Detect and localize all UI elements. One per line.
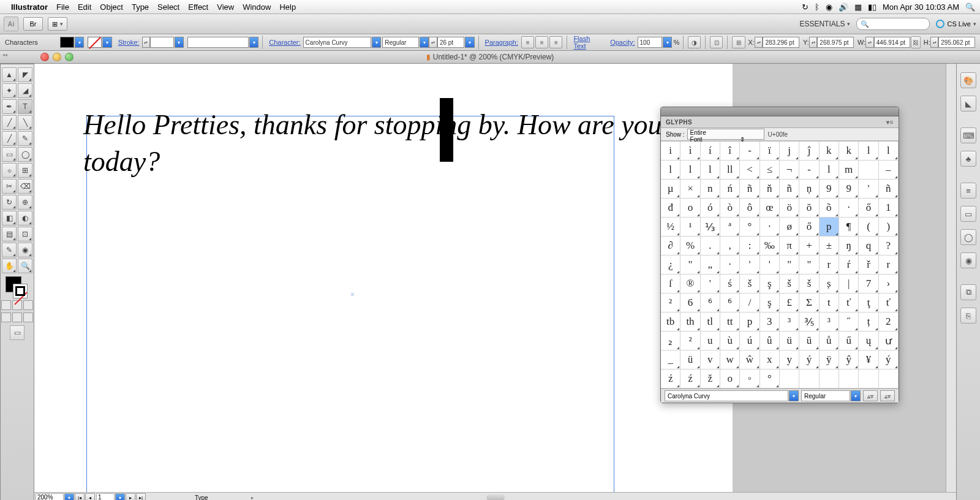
menu-view[interactable]: View xyxy=(217,2,234,12)
tool-button-10[interactable]: ▭ xyxy=(2,147,17,162)
stroke-weight-dropdown[interactable]: ▾ xyxy=(175,37,184,48)
glyph-cell[interactable]: š xyxy=(799,275,819,294)
glyph-cell[interactable]: 2 xyxy=(879,312,899,331)
glyph-cell[interactable]: ñ xyxy=(780,180,799,199)
glyph-cell[interactable]: ¥ xyxy=(859,350,878,369)
wifi-icon[interactable]: ◉ xyxy=(826,2,832,12)
font-size-stepper[interactable]: ▴▾ xyxy=(429,37,437,48)
stroke-panel-link[interactable]: Stroke: xyxy=(118,39,140,46)
glyph-cell[interactable]: ± xyxy=(820,237,839,256)
volume-icon[interactable]: 🔊 xyxy=(839,2,848,12)
align-selection-button[interactable]: ⊡ xyxy=(710,36,723,48)
glyph-cell[interactable]: ń xyxy=(720,180,740,199)
glyph-cell[interactable]: £ xyxy=(780,294,799,312)
glyph-cell[interactable]: ŋ xyxy=(839,237,859,256)
glyph-cell[interactable]: r xyxy=(820,256,839,275)
glyph-cell[interactable]: ñ xyxy=(879,180,899,199)
glyph-cell[interactable]: í xyxy=(701,142,720,161)
glyph-cell[interactable]: v xyxy=(701,350,720,369)
h-field[interactable]: 295.062 pt xyxy=(938,37,975,48)
glyph-cell[interactable]: < xyxy=(740,161,760,180)
glyph-cell[interactable]: ² xyxy=(680,331,700,350)
glyph-cell[interactable]: ó xyxy=(701,199,720,218)
drawmode-button-0[interactable] xyxy=(1,300,11,310)
glyph-cell[interactable]: ¬ xyxy=(780,161,799,180)
opacity-field[interactable]: 100 xyxy=(638,37,663,48)
glyph-cell[interactable]: ¹ xyxy=(680,218,700,237)
glyph-cell[interactable]: ◦ xyxy=(740,369,760,388)
glyph-cell[interactable] xyxy=(839,369,859,388)
glyph-cell[interactable]: ø xyxy=(780,218,799,237)
artboard-number-field[interactable]: 1 xyxy=(96,493,115,500)
glyphs-zoom-out-button[interactable]: ▵▿ xyxy=(863,390,878,401)
recolor-artwork-button[interactable]: ◑ xyxy=(688,36,701,48)
first-artboard-button[interactable]: |◂ xyxy=(75,493,85,500)
glyph-cell[interactable]: ș xyxy=(820,275,839,294)
next-artboard-button[interactable]: ▸ xyxy=(126,493,135,500)
cs-live-button[interactable]: CS Live▾ xyxy=(936,20,976,28)
tool-button-15[interactable]: ⌫ xyxy=(18,179,32,194)
tool-button-5[interactable]: T xyxy=(18,99,32,114)
menu-select[interactable]: Select xyxy=(157,2,179,12)
glyph-cell[interactable]: l xyxy=(701,161,720,180)
glyph-cell[interactable]: _ xyxy=(661,350,680,369)
glyph-cell[interactable]: · xyxy=(720,256,740,275)
glyph-cell[interactable]: l xyxy=(661,161,680,180)
glyph-cell[interactable]: , xyxy=(720,237,740,256)
glyph-cell[interactable]: o xyxy=(720,369,740,388)
glyph-cell[interactable]: ª xyxy=(720,218,740,237)
tool-button-18[interactable]: ◧ xyxy=(2,211,17,225)
font-style-dropdown[interactable]: ▾ xyxy=(420,37,429,48)
glyph-cell[interactable]: · xyxy=(760,218,780,237)
font-style-field[interactable]: Regular xyxy=(382,37,419,48)
align-right-button[interactable]: ≡ xyxy=(549,36,562,48)
glyph-cell[interactable]: / xyxy=(740,294,760,312)
glyph-cell[interactable]: l xyxy=(820,161,839,180)
glyph-cell[interactable]: ý xyxy=(799,350,819,369)
glyph-cell[interactable]: ì xyxy=(680,142,700,161)
glyph-cell[interactable]: ï xyxy=(760,142,780,161)
x-stepper[interactable]: ▴▾ xyxy=(755,37,763,48)
tool-button-9[interactable]: ✎ xyxy=(18,131,32,146)
font-family-dropdown[interactable]: ▾ xyxy=(372,37,381,48)
glyph-cell[interactable]: œ xyxy=(760,199,780,218)
glyphs-panel-tab[interactable]: GLYPHS▾≡ xyxy=(661,116,899,128)
opacity-dropdown[interactable]: ▾ xyxy=(663,37,672,48)
menu-edit[interactable]: Edit xyxy=(78,2,91,12)
tool-button-2[interactable]: ✦ xyxy=(2,83,17,98)
glyph-cell[interactable]: th xyxy=(680,312,700,331)
glyph-cell[interactable]: ¿ xyxy=(661,256,680,275)
screenmode-button-2[interactable] xyxy=(23,312,33,322)
character-panel-link[interactable]: Character: xyxy=(269,39,300,46)
glyph-cell[interactable]: j xyxy=(780,142,799,161)
glyph-cell[interactable]: u xyxy=(701,331,720,350)
glyph-cell[interactable]: p xyxy=(820,218,839,237)
glyph-cell[interactable]: ÿ xyxy=(820,350,839,369)
dock-panel-icon-0[interactable]: 🎨 xyxy=(960,72,976,88)
glyph-cell[interactable]: × xyxy=(680,180,700,199)
glyph-cell[interactable] xyxy=(859,369,878,388)
glyph-cell[interactable]: ž xyxy=(701,369,720,388)
glyph-cell[interactable]: 1 xyxy=(879,199,899,218)
y-stepper[interactable]: ▴▾ xyxy=(809,37,817,48)
align-center-button[interactable]: ≡ xyxy=(535,36,548,48)
glyph-cell[interactable]: ś xyxy=(720,275,740,294)
glyphs-show-dropdown[interactable]: Entire Font ⇕ xyxy=(687,129,764,140)
tool-button-21[interactable]: ⊡ xyxy=(18,227,32,241)
tool-button-14[interactable]: ✂ xyxy=(2,179,17,194)
font-family-field[interactable]: Carolyna Curvy xyxy=(303,37,371,48)
dock-panel-icon-3[interactable]: ⌨ xyxy=(960,127,976,143)
glyph-cell[interactable]: o xyxy=(680,199,700,218)
glyph-cell[interactable]: ñ xyxy=(740,180,760,199)
glyph-cell[interactable]: x xyxy=(760,350,780,369)
fill-stroke-colorwell[interactable] xyxy=(3,276,31,298)
glyph-cell[interactable]: - xyxy=(799,161,819,180)
dock-panel-icon-8[interactable]: ◯ xyxy=(960,229,976,245)
window-close-button[interactable] xyxy=(40,53,49,61)
glyph-cell[interactable]: ∂ xyxy=(661,237,680,256)
glyph-cell[interactable]: ' xyxy=(701,275,720,294)
glyph-cell[interactable]: l xyxy=(859,142,878,161)
glyph-cell[interactable]: ť xyxy=(839,294,859,312)
glyph-cell[interactable]: p xyxy=(740,312,760,331)
brush-field[interactable] xyxy=(187,37,249,48)
